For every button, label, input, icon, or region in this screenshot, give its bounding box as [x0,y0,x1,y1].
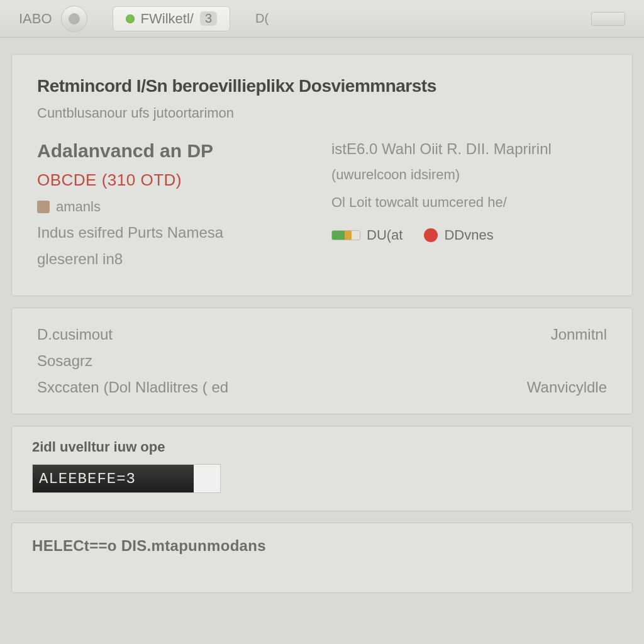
details-row: Sosagrz [37,352,607,370]
page-body: Retmincord I/Sn beroevillieplikx Dosviem… [0,38,644,623]
details-row-value: Wanvicyldle [527,379,607,396]
info-column-right: istE6.0 Wahl Oiit R. DII. Mapririnl (uwu… [331,140,607,277]
right-line-1: istE6.0 Wahl Oiit R. DII. Mapririnl [331,140,552,158]
small-tag-label: amanls [56,199,101,215]
status-pill-b: DDvnes [424,227,493,243]
footer-filename: HELECt==o DIS.mtapunmodans [32,537,266,554]
record-title: Retmincord I/Sn beroevillieplikx Dosviem… [37,76,607,96]
toolbar-zone-left: IABO [19,6,87,32]
red-status-icon [424,228,438,242]
progress-fill: ALEEBEFE=3 [33,465,194,492]
advanced-heading: Adalanvancd an DP [37,140,213,162]
info-line-5: gleserenl in8 [37,250,123,268]
details-row-key: D.cusimout [37,326,113,343]
toolbar-round-button[interactable] [61,6,87,32]
active-tab-chip[interactable]: FWilketl/ 3 [113,6,230,31]
tab-label: FWilketl/ [141,11,194,27]
status-b-label: DDvnes [444,227,493,243]
progress-panel: 2idl uvelltur iuw ope ALEEBEFE=3 [11,426,633,511]
record-subtitle: Cuntblusanour ufs jutoortarimon [37,105,607,121]
tab-count-badge: 3 [200,11,217,26]
record-info-panel: Retmincord I/Sn beroevillieplikx Dosviem… [11,54,633,296]
details-row-key: Sosagrz [37,352,92,370]
top-toolbar: IABO FWilketl/ 3 D( [0,0,644,38]
right-line-3: Ol Loit towcalt uumcered he/ [331,194,507,211]
status-pill-a: DU(at [331,227,402,243]
toolbar-min-button[interactable] [591,12,625,26]
footer-panel: HELECt==o DIS.mtapunmodans [11,523,633,593]
toolbar-small-code: D( [255,11,269,26]
details-row-value: Jonmitnl [551,326,607,343]
right-line-2: (uwurelcoon idsirem) [331,167,460,183]
status-dot-icon [126,14,135,23]
info-line-4: Indus esifred Purts Namesa [37,224,223,242]
toolbar-zone-center: FWilketl/ 3 [113,6,230,31]
details-row: D.cusimout Jonmitnl [37,326,607,343]
toolbar-left-label: IABO [19,11,52,27]
details-row: Sxccaten (Dol Nladlitres ( ed Wanvicyldl… [37,379,607,396]
details-list-panel: D.cusimout Jonmitnl Sosagrz Sxccaten (Do… [11,308,633,414]
progress-label: 2idl uvelltur iuw ope [32,439,612,455]
level-indicator-icon [331,230,360,240]
details-row-key: Sxccaten (Dol Nladlitres ( ed [37,379,228,396]
info-column-left: Adalanvancd an DP OBCDE (310 OTD) amanls… [37,140,313,277]
record-icon [69,13,80,25]
thumb-icon [37,201,50,213]
toolbar-zone-mid: D( [255,11,269,26]
progress-bar[interactable]: ALEEBEFE=3 [32,464,221,493]
status-a-label: DU(at [367,227,402,243]
record-code: OBCDE (310 OTD) [37,170,182,190]
